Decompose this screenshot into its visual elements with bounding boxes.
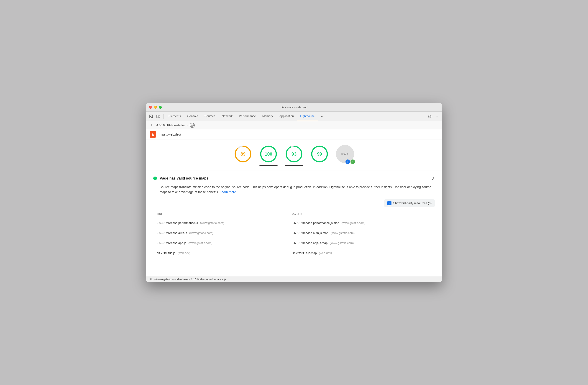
status-url: https://www.gstatic.com/firebasejs/6.6.1… (149, 278, 226, 281)
audit-section: Page has valid source maps ∧ Source maps… (146, 171, 442, 264)
table-cell-url: ...6.6.1/firebase-auth.js (www.gstatic.c… (153, 228, 288, 238)
table-row: ...6.6.1/firebase-app.js (www.gstatic.co… (153, 238, 435, 248)
table-cell-map: ...6.6.1/firebase-app.js.map (www.gstati… (288, 238, 435, 248)
score-underline-performance (234, 165, 252, 166)
pwa-badges: ● + (345, 159, 355, 164)
svg-point-6 (437, 117, 438, 118)
pass-indicator (153, 176, 157, 180)
toolbar-right (426, 113, 440, 120)
no-entry-icon[interactable] (190, 123, 195, 128)
chevron-down-icon: ▾ (187, 124, 188, 127)
maximize-button[interactable] (159, 106, 162, 109)
col-map-header: Map URL (288, 211, 435, 218)
url-selector-text: 4:00:05 PM - web.dev (156, 124, 185, 127)
score-circle-container: 89 (234, 145, 252, 163)
score-underline-pwa (336, 165, 354, 166)
url-link[interactable]: /lit-72fd3f8a.js (157, 251, 175, 255)
tab-application[interactable]: Application (276, 112, 297, 121)
score-underline-best-practices (285, 165, 303, 166)
url-more-icon[interactable]: ⋮ (434, 132, 438, 137)
tab-elements[interactable]: Elements (165, 112, 184, 121)
score-performance: 89 (234, 145, 252, 166)
traffic-lights (149, 106, 162, 109)
main-content: 89 100 (146, 139, 442, 276)
status-bar: https://www.gstatic.com/firebasejs/6.6.1… (146, 276, 442, 282)
inspect-icon[interactable] (148, 113, 154, 120)
accessibility-score: 100 (265, 151, 272, 157)
score-circle-container: 99 (310, 145, 329, 163)
url-domain: (web.dev) (178, 251, 191, 255)
url-bar: https://web.dev/ ⋮ (146, 129, 442, 139)
window-title: DevTools - web.dev/ (281, 106, 307, 109)
tab-network[interactable]: Network (219, 112, 236, 121)
page-url: https://web.dev/ (159, 133, 434, 136)
tab-list: Elements Console Sources Network Perform… (165, 112, 318, 121)
svg-point-4 (437, 115, 438, 115)
url-selector[interactable]: 4:00:05 PM - web.dev ▾ (156, 124, 188, 127)
table-row: ...6.6.1/firebase-performance.js (www.gs… (153, 218, 435, 228)
sub-toolbar: + 4:00:05 PM - web.dev ▾ (146, 121, 442, 129)
add-icon: + (150, 123, 153, 128)
url-link[interactable]: ...6.6.1/firebase-auth.js (157, 231, 187, 235)
tab-sources[interactable]: Sources (201, 112, 219, 121)
title-bar: DevTools - web.dev/ (146, 103, 442, 112)
score-accessibility: 100 (259, 145, 278, 166)
table-row: ...6.6.1/firebase-auth.js (www.gstatic.c… (153, 228, 435, 238)
score-circles: 89 100 (146, 139, 442, 166)
tab-console[interactable]: Console (184, 112, 201, 121)
audit-header: Page has valid source maps ∧ (153, 176, 435, 181)
map-url-link[interactable]: /lit-72fd3f8a.js.map (292, 251, 317, 255)
performance-score: 89 (240, 151, 246, 157)
svg-rect-2 (159, 116, 160, 117)
svg-point-3 (429, 116, 430, 117)
score-pwa: PWA ● + (336, 145, 354, 166)
url-link[interactable]: ...6.6.1/firebase-app.js (157, 241, 186, 245)
settings-icon[interactable] (426, 113, 433, 120)
url-domain: (www.gstatic.com) (200, 221, 224, 225)
svg-marker-9 (151, 133, 154, 136)
table-cell-url: ...6.6.1/firebase-performance.js (www.gs… (153, 218, 288, 228)
more-tabs-button[interactable]: » (319, 114, 325, 118)
score-seo: 99 (310, 145, 329, 166)
device-icon[interactable] (155, 113, 162, 120)
best-practices-score: 93 (292, 151, 296, 157)
collapse-button[interactable]: ∧ (432, 176, 435, 181)
url-domain: (www.gstatic.com) (188, 241, 212, 245)
col-url-header: URL (153, 211, 288, 218)
table-cell-url: /lit-72fd3f8a.js (web.dev) (153, 248, 288, 258)
svg-point-5 (437, 116, 438, 117)
score-underline-seo (310, 165, 329, 166)
add-button[interactable]: + (149, 122, 155, 128)
more-options-icon[interactable] (434, 113, 440, 120)
seo-score: 99 (317, 151, 322, 157)
audit-title: Page has valid source maps (160, 176, 208, 180)
show-3rd-party-label: Show 3rd-party resources (3) (393, 201, 432, 205)
table-cell-map: ...6.6.1/firebase-auth.js.map (www.gstat… (288, 228, 435, 238)
audit-description: Source maps translate minified code to t… (160, 185, 435, 195)
lighthouse-icon (150, 131, 156, 138)
pwa-plus-badge: + (351, 159, 355, 164)
pwa-label: PWA (341, 152, 349, 156)
checkbox-checked-icon (387, 201, 392, 205)
map-url-link[interactable]: ...6.6.1/firebase-app.js.map (292, 241, 328, 245)
minimize-button[interactable] (154, 106, 157, 109)
svg-rect-1 (157, 115, 159, 118)
devtools-window: DevTools - web.dev/ Elements Console Sou… (146, 103, 442, 282)
map-url-link[interactable]: ...6.6.1/firebase-performance.js.map (292, 221, 339, 225)
score-circle-container: 100 (259, 145, 278, 163)
pwa-check-badge: ● (345, 159, 350, 164)
table-row: /lit-72fd3f8a.js (web.dev) /lit-72fd3f8a… (153, 248, 435, 258)
learn-more-link[interactable]: Learn more (220, 190, 236, 194)
tab-memory[interactable]: Memory (259, 112, 276, 121)
tab-performance[interactable]: Performance (236, 112, 259, 121)
close-button[interactable] (149, 106, 152, 109)
show-3rd-party-checkbox-row[interactable]: Show 3rd-party resources (3) (384, 199, 435, 207)
map-url-link[interactable]: ...6.6.1/firebase-auth.js.map (292, 231, 328, 235)
show-3rd-party-container: Show 3rd-party resources (3) (153, 199, 435, 207)
table-cell-map: /lit-72fd3f8a.js.map (web.dev) (288, 248, 435, 258)
tab-lighthouse[interactable]: Lighthouse (297, 112, 318, 121)
url-link[interactable]: ...6.6.1/firebase-performance.js (157, 221, 198, 225)
score-underline-accessibility (259, 165, 278, 166)
audit-title-row: Page has valid source maps (153, 176, 208, 180)
table-cell-url: ...6.6.1/firebase-app.js (www.gstatic.co… (153, 238, 288, 248)
